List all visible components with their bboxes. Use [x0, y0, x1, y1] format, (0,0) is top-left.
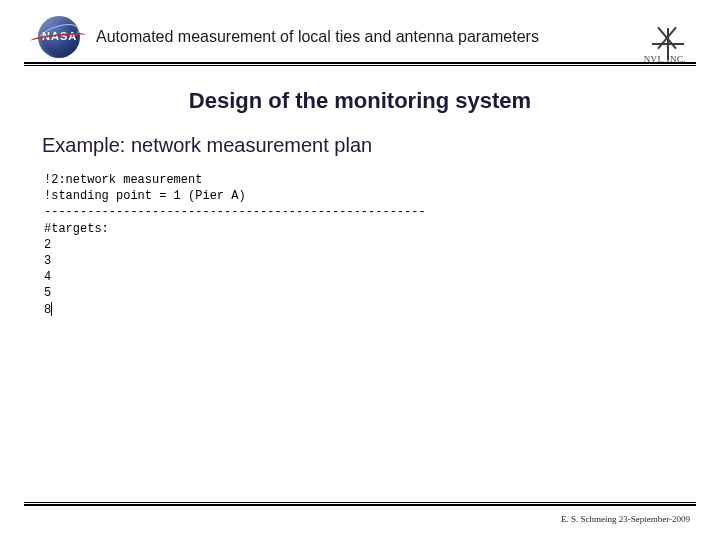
footer-divider	[24, 502, 696, 506]
section-title: Design of the monitoring system	[0, 88, 720, 114]
code-line: 2	[44, 238, 51, 252]
header: NASA Automated measurement of local ties…	[0, 14, 720, 60]
code-line: 5	[44, 286, 51, 300]
code-listing: !2:network measurement !standing point =…	[44, 172, 484, 318]
code-line: !2:network measurement	[44, 173, 202, 187]
code-divider-line: ----------------------------------------…	[44, 205, 426, 219]
slide: NASA Automated measurement of local ties…	[0, 0, 720, 540]
code-line: 8	[44, 303, 51, 317]
code-line: 3	[44, 254, 51, 268]
nvi-star-icon	[660, 36, 676, 52]
subtitle: Example: network measurement plan	[42, 134, 372, 157]
header-title: Automated measurement of local ties and …	[96, 28, 539, 46]
footer-text: E. S. Schmeing 23-September-2009	[561, 514, 690, 524]
nasa-logo: NASA	[26, 16, 88, 58]
code-line: #targets:	[44, 222, 109, 236]
text-cursor-icon	[51, 302, 52, 316]
header-divider	[24, 62, 696, 66]
code-line: 4	[44, 270, 51, 284]
code-line: !standing point = 1 (Pier A)	[44, 189, 246, 203]
